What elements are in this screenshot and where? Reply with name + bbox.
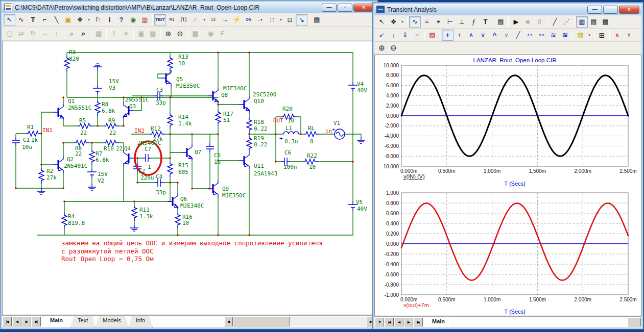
info-mode-button[interactable]: i — [104, 14, 115, 25]
scale-mode-button[interactable]: ∿ — [409, 16, 421, 28]
transistor-Q8[interactable] — [208, 88, 219, 104]
grid-toggle-dropdown[interactable]: ▾ — [278, 14, 284, 25]
resistor-R14[interactable] — [168, 113, 173, 129]
cursor-point-button[interactable]: + — [454, 30, 465, 41]
schematic-canvas[interactable]: R382015VV3Q12N5551CR86.8kR522R922R1IN1C1… — [2, 41, 376, 315]
power-display-toggle-button[interactable]: ⚡ — [231, 14, 243, 25]
plot-area[interactable]: 10.0008.0006.0004.0002.0000.000-2.000-4.… — [374, 55, 641, 316]
flag-mode-button[interactable]: ⚐ — [92, 14, 104, 25]
resistor-R2[interactable] — [39, 168, 44, 184]
prev-page-button[interactable]: ◀ — [12, 317, 21, 326]
resistor-R10[interactable] — [104, 140, 119, 145]
resistor-R18[interactable] — [247, 118, 252, 133]
capacitor-C1[interactable] — [12, 137, 20, 146]
horizontal-grid-toggle-button[interactable]: ▤ — [588, 16, 600, 28]
scroll-thumb[interactable] — [233, 317, 290, 326]
scroll-thumb[interactable] — [628, 318, 641, 326]
resistor-R4[interactable] — [62, 213, 67, 228]
transistor-Q11[interactable] — [239, 152, 249, 169]
current-display-toggle-button[interactable]: → — [219, 14, 231, 25]
measure-tool-button[interactable]: –• — [254, 14, 266, 25]
global-low-button[interactable]: ∨∨ — [536, 30, 547, 41]
tab-info[interactable]: Info — [129, 316, 153, 327]
properties-button-button[interactable]: ▤ — [495, 16, 507, 28]
transistor-Q5[interactable] — [161, 70, 171, 86]
resistor-R8[interactable] — [95, 100, 100, 116]
resistor-R5[interactable] — [78, 123, 93, 129]
cursor-horizontal-button[interactable]: + — [442, 30, 454, 41]
go-to-low-button[interactable]: v — [500, 30, 512, 41]
text-mode-button[interactable]: T — [27, 14, 39, 25]
resistor-R9[interactable] — [104, 123, 119, 129]
graphics-mode-button[interactable]: ❖ — [388, 16, 399, 28]
part-editor-button[interactable]: ▥ — [139, 14, 151, 25]
text-mode-button[interactable]: T — [480, 16, 491, 28]
data-points-toggle-button[interactable]: ╱ — [549, 16, 561, 28]
node-voltage-toggle-button[interactable]: ON — [243, 14, 254, 25]
transistor-Q1[interactable] — [53, 104, 64, 120]
maximize-button[interactable]: ▫ — [603, 6, 618, 14]
performance-tag-mode-button[interactable]: ƒ — [468, 16, 480, 28]
schematic-svg[interactable]: R382015VV3Q12N5551CR86.8kR522R922R1IN1C1… — [4, 42, 373, 315]
analysis-title-bar[interactable]: Transient Analysis — ▫ × — [374, 4, 641, 15]
help-mode-button[interactable]: ? — [115, 14, 127, 25]
scope-button-button[interactable]: ▨ — [426, 30, 438, 41]
zoom-in-button-button[interactable]: ⊕ — [162, 28, 174, 39]
tag-vertical-button[interactable]: ↓ — [388, 30, 399, 41]
resistor-R1[interactable] — [26, 131, 41, 136]
graphics-mode-dropdown[interactable]: ▾ — [399, 16, 406, 28]
battery-V4[interactable] — [348, 82, 357, 91]
run-button-button[interactable]: ▶ — [510, 16, 522, 28]
tab-text[interactable]: Text — [70, 316, 96, 327]
line-mode-button[interactable]: ╲ — [51, 14, 62, 25]
point-tag-mode-button[interactable]: ⌖ — [433, 16, 444, 28]
vip-display-toggle-dropdown[interactable]: ▾ — [201, 14, 207, 25]
tag-horizontal-button[interactable]: ⇓ — [399, 30, 411, 41]
transistor-Q7[interactable] — [182, 144, 193, 161]
zoom-out-button-button[interactable]: ⊖ — [388, 42, 399, 54]
node-numbers-toggle-button[interactable]: ⑴ — [178, 14, 189, 25]
find-component-button[interactable]: ◉ — [127, 14, 139, 25]
shape-mode-dropdown[interactable]: ▾ — [86, 14, 92, 25]
zoom-out-button-button[interactable]: ⊖ — [174, 28, 186, 39]
horizontal-tag-mode-button[interactable]: ⊢ — [444, 16, 456, 28]
transistor-Q6[interactable] — [168, 193, 178, 210]
global-high-button[interactable]: ∧∧ — [524, 30, 536, 41]
grid-toggle-button[interactable]: ∷ — [266, 14, 278, 25]
shape-mode-button[interactable]: ❖ — [74, 14, 86, 25]
resistor-R16[interactable] — [175, 213, 180, 228]
numeric-output-button-button[interactable]: ⊞ — [596, 30, 608, 41]
last-page-button[interactable]: ▶| — [32, 317, 41, 326]
scroll-track[interactable] — [290, 317, 367, 326]
find-next-button-button[interactable]: ⌕ — [78, 28, 89, 39]
go-to-bottom-button[interactable]: ≋ — [547, 30, 559, 41]
go-to-peak-button[interactable]: ∧ — [465, 30, 477, 41]
wire-mode-button[interactable]: ∿ — [15, 14, 27, 25]
chart1-legend[interactable]: v(IN) (V) — [403, 173, 425, 180]
next-page-button[interactable]: ▶ — [404, 318, 413, 326]
resistor-R13[interactable] — [168, 56, 173, 71]
auto-scale-x-button[interactable]: X — [611, 30, 623, 41]
find-button-button[interactable]: ⌕ — [66, 28, 78, 39]
properties-button-button[interactable]: ▤ — [311, 14, 323, 25]
ground-top[interactable] — [93, 64, 102, 70]
transistor-Q2[interactable] — [53, 157, 63, 173]
component-mode-button[interactable]: ▣ — [62, 14, 74, 25]
text-display-toggle-button[interactable]: TEXT — [154, 14, 166, 25]
ground-input[interactable] — [37, 188, 45, 194]
go-to-valley-button[interactable]: ∨ — [477, 30, 489, 41]
ground-v1[interactable] — [357, 137, 365, 143]
capacitor-C7[interactable] — [142, 154, 151, 162]
close-button[interactable]: × — [353, 4, 374, 12]
tag-left-cursor-button[interactable]: ↙ — [376, 30, 388, 41]
first-page-button[interactable]: |◀ — [385, 318, 394, 326]
battery-V3[interactable] — [93, 85, 102, 94]
ground-v2[interactable] — [88, 184, 96, 190]
inductor-L1[interactable] — [283, 132, 299, 134]
resistor-RL[interactable] — [304, 132, 319, 137]
auto-scale-y-button[interactable]: Y — [623, 30, 635, 41]
resistor-R7[interactable] — [89, 149, 94, 165]
close-button[interactable]: × — [619, 6, 639, 14]
first-page-button[interactable]: |◀ — [3, 317, 12, 326]
prev-page-button[interactable]: ◀ — [394, 318, 403, 326]
